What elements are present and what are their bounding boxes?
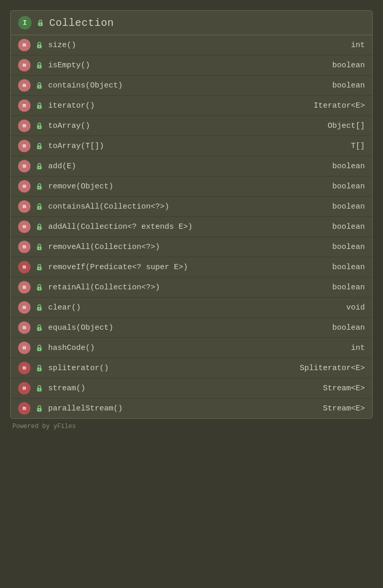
return-type: T[] xyxy=(351,142,365,151)
method-lock-icon xyxy=(35,202,44,211)
method-name: containsAll(Collection<?>) xyxy=(48,202,328,211)
method-lock-icon xyxy=(35,101,44,110)
method-name: stream() xyxy=(48,384,319,393)
class-title: Collection xyxy=(49,17,114,29)
svg-point-27 xyxy=(39,288,40,289)
method-badge: m xyxy=(18,220,31,233)
method-row[interactable]: m parallelStream()Stream<E> xyxy=(11,399,372,418)
method-name: remove(Object) xyxy=(48,182,328,191)
method-name: size() xyxy=(48,41,347,50)
method-badge: m xyxy=(18,39,31,51)
method-row[interactable]: m isEmpty()boolean xyxy=(11,55,372,76)
return-type: boolean xyxy=(332,61,365,70)
method-badge: m xyxy=(18,200,31,213)
method-row[interactable]: m contains(Object)boolean xyxy=(11,76,372,96)
method-row[interactable]: m removeIf(Predicate<? super E>)boolean xyxy=(11,257,372,277)
svg-point-39 xyxy=(39,409,40,410)
method-row[interactable]: m remove(Object)boolean xyxy=(11,177,372,197)
return-type: Object[] xyxy=(328,122,365,130)
return-type: void xyxy=(346,303,365,312)
method-badge: m xyxy=(18,180,31,193)
return-type: boolean xyxy=(332,81,365,90)
method-name: equals(Object) xyxy=(48,324,328,332)
method-row[interactable]: m hashCode()int xyxy=(11,338,372,358)
lock-icon xyxy=(36,18,45,27)
method-badge: m xyxy=(18,382,31,394)
method-badge: m xyxy=(18,342,31,354)
method-badge: m xyxy=(18,402,31,415)
return-type: boolean xyxy=(332,243,365,252)
method-badge: m xyxy=(18,79,31,92)
method-badge: m xyxy=(18,59,31,71)
methods-list: m size()intm isEmpty()booleanm contains(… xyxy=(11,35,372,418)
svg-point-1 xyxy=(40,24,41,25)
method-row[interactable]: m retainAll(Collection<?>)boolean xyxy=(11,277,372,298)
method-name: retainAll(Collection<?>) xyxy=(48,283,328,292)
method-badge: m xyxy=(18,321,31,334)
return-type: boolean xyxy=(332,263,365,272)
method-row[interactable]: m spliterator()Spliterator<E> xyxy=(11,358,372,378)
method-badge: m xyxy=(18,120,31,132)
svg-point-33 xyxy=(39,349,40,350)
method-name: addAll(Collection<? extends E>) xyxy=(48,223,328,231)
return-type: boolean xyxy=(332,283,365,292)
method-row[interactable]: m add(E)boolean xyxy=(11,156,372,177)
method-badge: m xyxy=(18,160,31,172)
svg-point-29 xyxy=(39,308,40,310)
method-lock-icon xyxy=(35,222,44,231)
svg-point-5 xyxy=(39,66,40,67)
interface-badge: I xyxy=(18,16,32,30)
method-lock-icon xyxy=(35,141,44,151)
method-row[interactable]: m size()int xyxy=(11,35,372,55)
method-row[interactable]: m stream()Stream<E> xyxy=(11,378,372,399)
method-lock-icon xyxy=(35,121,44,130)
class-header: I Collection xyxy=(11,11,372,35)
method-lock-icon xyxy=(35,363,44,373)
method-row[interactable]: m removeAll(Collection<?>)boolean xyxy=(11,237,372,257)
return-type: Stream<E> xyxy=(323,404,365,413)
method-lock-icon xyxy=(35,182,44,191)
method-lock-icon xyxy=(35,262,44,272)
svg-point-9 xyxy=(39,107,40,108)
method-badge: m xyxy=(18,99,31,112)
method-lock-icon xyxy=(35,404,44,413)
svg-point-21 xyxy=(39,228,40,229)
method-name: clear() xyxy=(48,303,342,312)
return-type: boolean xyxy=(332,223,365,231)
method-name: parallelStream() xyxy=(48,404,319,413)
method-row[interactable]: m containsAll(Collection<?>)boolean xyxy=(11,197,372,217)
svg-point-13 xyxy=(39,147,40,148)
method-name: toArray(T[]) xyxy=(48,142,347,151)
svg-point-31 xyxy=(39,329,40,330)
method-row[interactable]: m toArray()Object[] xyxy=(11,116,372,136)
method-name: contains(Object) xyxy=(48,81,328,90)
svg-point-15 xyxy=(39,167,40,168)
method-lock-icon xyxy=(35,242,44,252)
svg-point-35 xyxy=(39,369,40,370)
method-lock-icon xyxy=(35,384,44,393)
method-badge: m xyxy=(18,301,31,314)
svg-point-19 xyxy=(39,208,40,209)
method-lock-icon xyxy=(35,303,44,312)
method-lock-icon xyxy=(35,40,44,50)
method-name: removeAll(Collection<?>) xyxy=(48,243,328,252)
method-name: removeIf(Predicate<? super E>) xyxy=(48,263,328,272)
method-lock-icon xyxy=(35,323,44,332)
method-name: isEmpty() xyxy=(48,61,328,70)
method-name: spliterator() xyxy=(48,364,296,373)
method-lock-icon xyxy=(35,161,44,171)
method-name: toArray() xyxy=(48,122,323,130)
method-badge: m xyxy=(18,140,31,152)
method-lock-icon xyxy=(35,61,44,70)
svg-point-17 xyxy=(39,187,40,188)
method-row[interactable]: m iterator()Iterator<E> xyxy=(11,96,372,116)
method-row[interactable]: m toArray(T[])T[] xyxy=(11,136,372,156)
method-row[interactable]: m equals(Object)boolean xyxy=(11,318,372,338)
svg-point-37 xyxy=(39,389,40,390)
method-row[interactable]: m addAll(Collection<? extends E>)boolean xyxy=(11,217,372,237)
method-name: hashCode() xyxy=(48,344,347,352)
return-type: Stream<E> xyxy=(323,384,365,393)
method-name: add(E) xyxy=(48,162,328,171)
method-row[interactable]: m clear()void xyxy=(11,298,372,318)
svg-point-25 xyxy=(39,268,40,269)
